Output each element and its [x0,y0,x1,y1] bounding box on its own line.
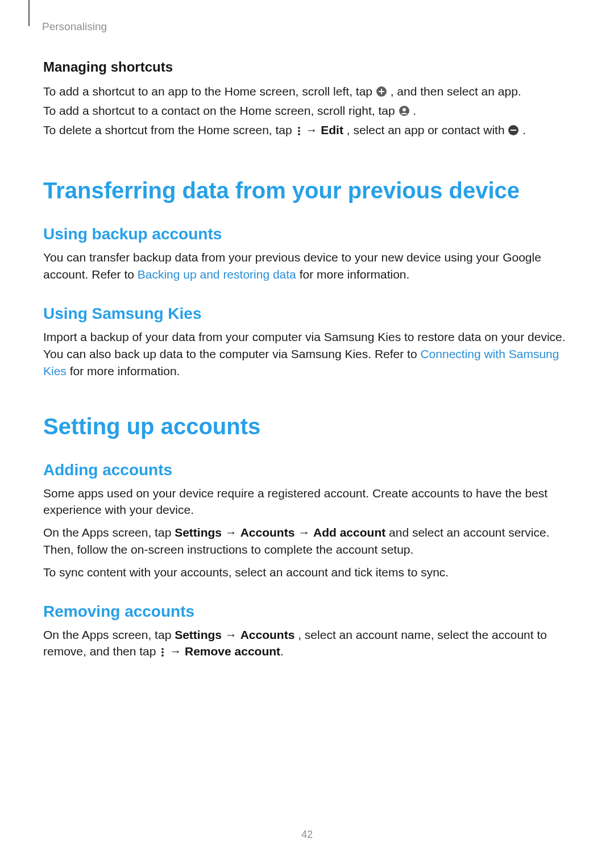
svg-point-5 [298,127,300,129]
header-crop-mark [28,0,30,26]
arrow-text: → [305,123,321,136]
svg-rect-2 [379,91,384,92]
ui-label-settings: Settings [175,628,222,641]
svg-rect-9 [511,130,516,131]
heading-using-backup-accounts: Using backup accounts [43,225,571,243]
heading-setting-up-accounts: Setting up accounts [43,414,571,439]
arrow-text: → [222,628,240,641]
body-text: To delete a shortcut from the Home scree… [43,123,296,136]
heading-transferring-data: Transferring data from your previous dev… [43,178,571,203]
ui-label-accounts: Accounts [240,526,295,539]
page-number: 42 [0,829,614,841]
heading-removing-accounts: Removing accounts [43,603,571,621]
body-text: , select an app or contact with [347,123,508,136]
arrow-text: → [294,526,313,539]
svg-point-12 [161,655,164,657]
body-text: On the Apps screen, tap [43,526,175,539]
manual-page: Personalising Managing shortcuts To add … [0,0,614,868]
paragraph: Some apps used on your device require a … [43,485,571,519]
body-text: for more information. [70,364,180,377]
svg-point-11 [161,651,164,654]
paragraph: To add a shortcut to an app to the Home … [43,83,571,100]
body-text: . [522,123,526,136]
ui-label-edit: Edit [321,123,343,136]
body-text: To add a shortcut to a contact on the Ho… [43,104,399,117]
body-text: , and then select an app. [391,85,521,98]
paragraph: On the Apps screen, tap Settings → Accou… [43,626,571,661]
svg-point-7 [298,133,300,135]
svg-point-4 [403,108,406,111]
more-options-icon [296,126,302,136]
minus-circle-icon [508,124,519,136]
paragraph: You can transfer backup data from your p… [43,249,571,283]
plus-circle-icon [376,86,387,97]
ui-label-remove-account: Remove account [185,645,280,658]
paragraph: To delete a shortcut from the Home scree… [43,122,571,139]
heading-using-samsung-kies: Using Samsung Kies [43,305,571,323]
paragraph: To sync content with your accounts, sele… [43,564,571,581]
paragraph: On the Apps screen, tap Settings → Accou… [43,524,571,558]
arrow-text: → [222,526,240,539]
contact-circle-icon [399,105,410,117]
body-text: for more information. [300,268,410,281]
ui-label-add-account: Add account [313,526,385,539]
ui-label-settings: Settings [175,526,222,539]
more-options-icon [159,647,166,658]
heading-managing-shortcuts: Managing shortcuts [43,59,571,75]
svg-point-10 [161,648,164,650]
body-text: . [413,104,416,117]
body-text: To add a shortcut to an app to the Home … [43,85,376,98]
arrow-text: → [169,645,185,658]
breadcrumb: Personalising [42,20,571,33]
heading-adding-accounts: Adding accounts [43,461,571,479]
body-text: . [280,645,284,658]
ui-label-accounts: Accounts [240,628,295,641]
paragraph: To add a shortcut to a contact on the Ho… [43,102,571,119]
paragraph: Import a backup of your data from your c… [43,329,571,379]
link-backing-up-restoring[interactable]: Backing up and restoring data [138,268,296,281]
svg-point-6 [298,130,300,132]
body-text: On the Apps screen, tap [43,628,175,641]
